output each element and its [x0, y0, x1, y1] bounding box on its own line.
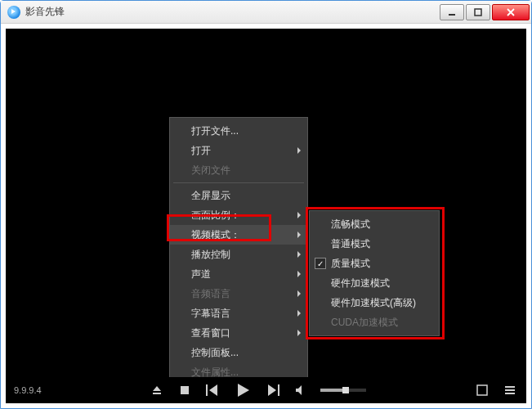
menu-label: 查看窗口 — [191, 326, 230, 340]
menu-playback-control[interactable]: 播放控制 — [170, 245, 307, 264]
menu-control-panel[interactable]: 控制面板... — [170, 343, 307, 362]
menu-label: 播放控制 — [191, 248, 230, 262]
volume-thumb[interactable] — [342, 387, 349, 393]
svg-rect-2 — [181, 386, 189, 394]
previous-button[interactable] — [204, 382, 221, 398]
menu-label: 画面比例： — [191, 209, 240, 222]
title-bar: 影音先锋 — [1, 1, 531, 24]
menu-label: 打开 — [191, 144, 211, 158]
submenu-label: 流畅模式 — [331, 218, 370, 231]
svg-rect-0 — [449, 14, 455, 16]
maximize-button[interactable] — [466, 4, 490, 20]
menu-label: 视频模式： — [191, 228, 240, 242]
video-area[interactable]: ny 打开文件... 打开 关闭文件 全屏显示 画面比例： 视频模式： 播放控制… — [6, 29, 526, 403]
app-icon — [7, 6, 20, 19]
video-mode-submenu: 流畅模式 普通模式 ✓质量模式 硬件加速模式 硬件加速模式(高级) CUDA加速… — [309, 210, 440, 336]
menu-label: 字幕语言 — [191, 307, 230, 321]
menu-video-mode[interactable]: 视频模式： — [170, 225, 307, 245]
menu-audio-channel[interactable]: 声道 — [170, 264, 307, 284]
window-title: 影音先锋 — [25, 5, 438, 19]
stop-button[interactable] — [177, 382, 193, 398]
submenu-label: 普通模式 — [331, 237, 370, 251]
menu-fullscreen[interactable]: 全屏显示 — [170, 186, 307, 205]
submenu-cuda-accel: CUDA加速模式 — [310, 312, 439, 332]
fullscreen-button[interactable] — [474, 382, 490, 398]
svg-rect-1 — [475, 9, 481, 16]
play-button[interactable] — [232, 380, 253, 401]
close-button[interactable] — [492, 4, 530, 20]
submenu-label: CUDA加速模式 — [331, 316, 398, 330]
menu-close-file: 关闭文件 — [170, 160, 307, 180]
submenu-hw-accel[interactable]: 硬件加速模式 — [310, 273, 439, 293]
submenu-label: 质量模式 — [331, 257, 370, 271]
center-controls — [42, 380, 474, 401]
menu-open-file[interactable]: 打开文件... — [170, 121, 307, 141]
checkmark-icon: ✓ — [315, 258, 326, 269]
minimize-button[interactable] — [440, 4, 464, 20]
volume-slider[interactable] — [320, 389, 366, 392]
next-button[interactable] — [265, 382, 281, 398]
eject-button[interactable] — [149, 382, 165, 398]
menu-label: 声道 — [191, 267, 211, 281]
submenu-hw-accel-advanced[interactable]: 硬件加速模式(高级) — [310, 293, 439, 312]
context-menu: 打开文件... 打开 关闭文件 全屏显示 画面比例： 视频模式： 播放控制 声道… — [169, 117, 308, 403]
right-controls — [474, 382, 518, 398]
menu-audio-language: 音频语言 — [170, 284, 307, 303]
svg-rect-3 — [477, 385, 487, 395]
volume-icon[interactable] — [293, 382, 309, 398]
player-controls: 9.9.9.4 — [6, 377, 526, 403]
version-label: 9.9.9.4 — [14, 385, 42, 395]
menu-label: 全屏显示 — [191, 189, 230, 203]
submenu-label: 硬件加速模式 — [331, 276, 390, 290]
menu-aspect-ratio[interactable]: 画面比例： — [170, 205, 307, 225]
menu-subtitle-language[interactable]: 字幕语言 — [170, 303, 307, 323]
submenu-quality-mode[interactable]: ✓质量模式 — [310, 254, 439, 273]
playlist-button[interactable] — [502, 382, 518, 398]
menu-label: 音频语言 — [191, 287, 230, 301]
submenu-normal-mode[interactable]: 普通模式 — [310, 234, 439, 254]
menu-label: 打开文件... — [191, 124, 239, 138]
menu-label: 关闭文件 — [191, 164, 230, 178]
submenu-label: 硬件加速模式(高级) — [331, 296, 416, 310]
menu-open[interactable]: 打开 — [170, 141, 307, 160]
submenu-smooth-mode[interactable]: 流畅模式 — [310, 214, 439, 234]
menu-view-window[interactable]: 查看窗口 — [170, 323, 307, 343]
menu-label: 控制面板... — [191, 346, 239, 360]
menu-separator — [173, 182, 304, 183]
window-frame: 影音先锋 ny 打开文件... 打开 关闭文件 全屏显示 画面比例： 视频模式：… — [0, 0, 532, 409]
